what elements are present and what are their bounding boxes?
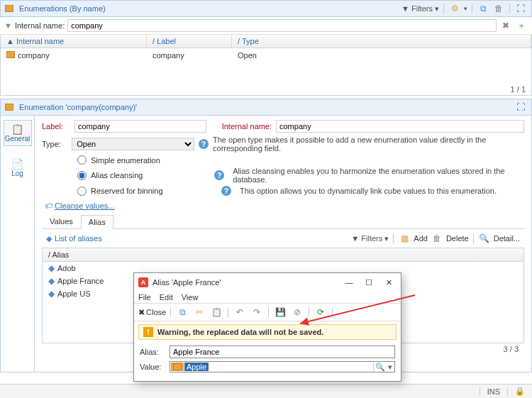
chevron-down-icon[interactable]: ▾ (386, 363, 394, 372)
tab-alias[interactable]: Alias (81, 215, 113, 229)
redo-icon[interactable]: ↷ (250, 306, 264, 319)
enumerations-header: Enumerations (By name) ▼ Filters ▾ ⚙▾ ⧉ … (0, 0, 532, 17)
internal-name-input[interactable] (276, 120, 524, 133)
tab-log[interactable]: 📄 Log (4, 155, 32, 181)
pager: 1 / 1 (1, 84, 531, 95)
menu-edit[interactable]: Edit (160, 293, 173, 302)
copy-icon[interactable]: ⧉ (175, 306, 189, 319)
detail-header: Enumeration 'company(company)' ⛶ (0, 99, 532, 116)
tab-general[interactable]: 📋 General (4, 120, 32, 146)
app-logo-icon: A (138, 277, 148, 287)
enumeration-icon (5, 104, 13, 111)
help-icon: ? (221, 186, 231, 196)
filter-label: Internal name: (15, 21, 65, 30)
side-tabs: 📋 General 📄 Log (1, 116, 35, 372)
warning-banner: ! Warning, the replaced data will not be… (138, 324, 397, 340)
clear-filter-icon[interactable]: ✖ (499, 19, 512, 32)
copy-icon[interactable]: ⧉ (477, 2, 489, 15)
help-icon: ? (214, 170, 224, 180)
detail-title: Enumeration 'company(company)' (19, 103, 511, 111)
help-icon: ? (199, 139, 209, 149)
enumerations-title: Enumerations (By name) (19, 4, 399, 13)
value-input[interactable]: Apple 🔍 ▾ (170, 361, 395, 372)
save-icon[interactable]: 💾 (273, 306, 287, 319)
maximize-icon[interactable]: ☐ (361, 276, 377, 289)
type-select[interactable]: Open (72, 138, 194, 150)
alias-dialog: A Alias 'Apple France' — ☐ ✕ File Edit V… (133, 272, 401, 382)
warning-icon: ! (143, 327, 153, 337)
add-filter-icon[interactable]: ＋ (515, 19, 528, 32)
menu-file[interactable]: File (138, 293, 151, 302)
delete-button[interactable]: 🗑 (431, 232, 443, 245)
refresh-icon[interactable]: ⟳ (314, 306, 328, 319)
trash-icon[interactable]: 🗑 (492, 2, 505, 15)
cancel-icon[interactable]: ⊘ (290, 306, 304, 319)
minimize-icon[interactable]: — (341, 276, 357, 289)
table-row[interactable]: company company Open (1, 48, 531, 62)
fullscreen-icon[interactable]: ⛶ (514, 2, 527, 15)
paste-icon[interactable]: 📋 (209, 306, 223, 319)
cleanse-values-link[interactable]: Cleanse values... (55, 201, 114, 210)
radio-simple[interactable] (77, 155, 87, 165)
label-input[interactable] (74, 120, 206, 133)
gear-icon[interactable]: ⚙ (448, 2, 461, 15)
close-icon[interactable]: ✕ (381, 276, 397, 289)
status-bar: INS 🔒 (0, 384, 532, 398)
cut-icon[interactable]: ✂ (192, 306, 206, 319)
lock-icon: 🔒 (515, 387, 525, 396)
radio-reserved[interactable] (77, 187, 87, 196)
dialog-menu: File Edit View (134, 292, 401, 304)
alias-input[interactable] (170, 346, 395, 358)
tab-values[interactable]: Values (42, 214, 81, 228)
filter-input[interactable] (67, 19, 497, 32)
fullscreen-icon[interactable]: ⛶ (514, 101, 527, 114)
menu-view[interactable]: View (182, 293, 199, 302)
search-icon[interactable]: 🔍 (373, 363, 386, 372)
insert-mode: INS (487, 387, 500, 396)
radio-alias[interactable] (77, 171, 87, 180)
aliases-title: List of aliases (55, 234, 348, 243)
detail-button[interactable]: 🔍 (478, 232, 491, 245)
close-button[interactable]: ✖ Close (138, 308, 166, 317)
add-button[interactable]: ▦ (398, 232, 411, 245)
enumerations-table: ▲ Internal name / Label / Type company c… (0, 35, 532, 96)
filter-row: ▼ Internal name: ✖ ＋ (0, 17, 532, 35)
undo-icon[interactable]: ↶ (233, 306, 247, 319)
dialog-title: Alias 'Apple France' (153, 278, 337, 287)
enumeration-icon (5, 5, 13, 12)
